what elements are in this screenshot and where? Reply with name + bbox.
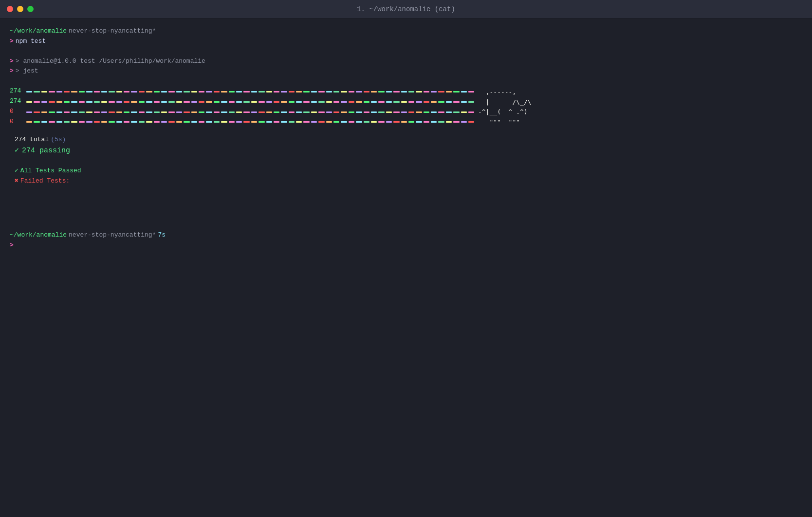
prompt-path-1: ~/work/anomalie (10, 26, 67, 37)
results-block: ✓ All Tests Passed ✖ Failed Tests: (10, 166, 802, 186)
prompt-path-2: ~/work/anomalie (10, 230, 67, 240)
passing-text: 274 passing (22, 145, 70, 156)
title-bar: 1. ~/work/anomalie (cat) (0, 0, 812, 18)
prompt-cursor-line[interactable]: > (10, 240, 802, 251)
all-passed-line: ✓ All Tests Passed (15, 166, 802, 176)
prompt-branch-2: never-stop-nyancatting* (69, 230, 156, 240)
passing-line: ✓ 274 passing (15, 145, 802, 156)
prompt-line-1: ~/work/anomalie never-stop-nyancatting* (10, 26, 802, 37)
prompt-arrow-2: > (10, 240, 14, 251)
nyan-count-4: 0 (10, 117, 24, 127)
window-controls (7, 6, 34, 12)
nyan-count-3: 0 (10, 107, 24, 117)
total-time: (5s) (51, 135, 66, 145)
summary-block: 274 total (5s) ✓ 274 passing (10, 135, 802, 156)
nyan-dashes-2 (26, 100, 474, 103)
nyan-line-1: 274 (10, 86, 474, 96)
all-passed-check: ✓ (15, 166, 18, 176)
terminal: ~/work/anomalie never-stop-nyancatting* … (0, 18, 812, 258)
npm-output-2: > > jest (10, 66, 802, 76)
failed-text: Failed Tests: (20, 176, 70, 186)
nyan-dashes-1 (26, 90, 474, 92)
npm-gt-1: > (10, 56, 14, 67)
passing-check: ✓ (15, 145, 19, 156)
nyan-count-1: 274 (10, 86, 24, 96)
minimize-button[interactable] (17, 6, 23, 12)
nyan-count-2: 274 (10, 96, 24, 107)
nyan-cat-art: ,------, | /\_/\ -^|__( ^ .^) """ """ (478, 87, 532, 127)
failed-line: ✖ Failed Tests: (15, 176, 802, 186)
nyan-dashes-3 (26, 111, 474, 113)
total-count: 274 total (15, 135, 49, 145)
nyan-line-3: 0 (10, 107, 474, 117)
bottom-prompt: ~/work/anomalie never-stop-nyancatting* … (10, 230, 802, 251)
nyan-dashes-4 (26, 120, 474, 123)
npm-output-1: > > anomalie@1.0.0 test /Users/philihp/w… (10, 56, 802, 67)
prompt-time-2: 7s (158, 230, 166, 240)
prompt-arrow-1: > (10, 37, 14, 47)
total-line: 274 total (5s) (15, 135, 802, 145)
npm-line-2: > jest (16, 66, 38, 76)
npm-gt-2: > (10, 66, 14, 76)
prompt-branch-1: never-stop-nyancatting* (69, 26, 156, 37)
nyan-line-4: 0 (10, 117, 474, 127)
failed-check: ✖ (15, 176, 18, 186)
prompt-line-2: ~/work/anomalie never-stop-nyancatting* … (10, 230, 802, 240)
close-button[interactable] (7, 6, 13, 12)
maximize-button[interactable] (27, 6, 34, 12)
nyan-line-2: 274 (10, 96, 474, 107)
command-line-1: > npm test (10, 37, 802, 47)
window-title: 1. ~/work/anomalie (cat) (357, 5, 455, 13)
command-1: npm test (16, 37, 46, 47)
all-passed-text: All Tests Passed (20, 166, 81, 176)
npm-line-1: > anomalie@1.0.0 test /Users/philihp/wor… (16, 56, 205, 67)
nyan-progress: 274 274 (10, 86, 474, 127)
